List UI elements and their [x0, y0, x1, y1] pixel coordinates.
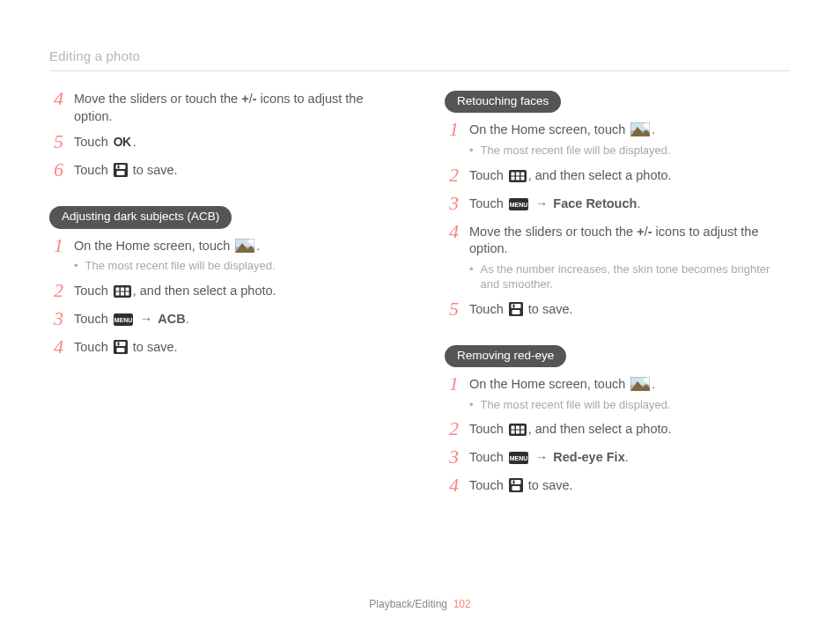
step-number: 4 [49, 89, 63, 108]
step-number: 6 [49, 160, 63, 180]
sub-list: The most recent file will be displayed. [469, 143, 791, 158]
bold-text: + [241, 92, 248, 106]
step-number: 1 [445, 120, 459, 139]
thumbs-icon [509, 424, 527, 436]
sub-item: The most recent file will be displayed. [469, 397, 791, 413]
bold-text: ACB [158, 312, 185, 326]
footer-section: Playback/Editing [369, 598, 447, 610]
ok-icon: OK [114, 134, 131, 151]
step-text: Touch to save. [469, 478, 573, 492]
footer-page-number: 102 [453, 598, 471, 610]
step: 6Touch to save. [49, 162, 395, 181]
menu-icon [509, 452, 528, 464]
step: 3Touch → ACB. [49, 311, 395, 330]
section-heading: Adjusting dark subjects (ACB) [49, 206, 232, 228]
sub-list: As the number increases, the skin tone b… [469, 262, 791, 292]
step-body: Touch to save. [74, 339, 395, 357]
step-text: On the Home screen, touch . [469, 377, 655, 391]
footer: Playback/Editing 102 [0, 597, 840, 611]
step-body: Touch to save. [469, 301, 791, 319]
step-text: Touch , and then select a photo. [74, 284, 276, 298]
sub-text: As the number increases, the skin tone b… [481, 262, 791, 292]
step-body: Touch , and then select a photo. [469, 421, 791, 439]
photo-icon [630, 377, 650, 391]
step-number: 1 [49, 236, 63, 255]
arrow-icon: → [138, 312, 155, 326]
step-body: Touch , and then select a photo. [469, 167, 791, 185]
step-text: Touch , and then select a photo. [469, 422, 672, 436]
step-text: Touch to save. [469, 302, 573, 316]
step-list: 1On the Home screen, touch .The most rec… [445, 376, 791, 497]
menu-icon [509, 198, 528, 210]
step-body: Touch → Face Retouch. [469, 195, 791, 213]
step-text: Touch , and then select a photo. [469, 168, 672, 182]
sub-text: The most recent file will be displayed. [481, 397, 671, 413]
arrow-icon: → [534, 450, 550, 464]
photo-icon [630, 122, 650, 136]
step-body: Touch OK. [74, 134, 395, 151]
bold-text: - [253, 92, 257, 106]
step: 4Move the sliders or touch the +/- icons… [49, 91, 395, 125]
step-number: 2 [49, 281, 63, 300]
save-icon [509, 478, 523, 492]
step-text: Touch → Red-eye Fix. [469, 450, 629, 464]
right-column: Retouching faces1On the Home screen, tou… [445, 91, 791, 505]
step: 3Touch → Face Retouch. [445, 195, 791, 215]
step-body: Touch to save. [469, 477, 791, 495]
step-body: On the Home screen, touch .The most rece… [74, 238, 395, 274]
step: 5Touch to save. [445, 301, 791, 321]
step-body: Move the sliders or touch the +/- icons … [469, 224, 791, 292]
step-number: 2 [445, 166, 459, 185]
step-text: Touch OK. [74, 135, 136, 149]
save-icon [509, 302, 523, 316]
step: 2Touch , and then select a photo. [445, 167, 791, 187]
step-number: 4 [445, 476, 459, 495]
step: 2Touch , and then select a photo. [445, 421, 791, 440]
step-text: Touch → ACB. [74, 312, 189, 326]
sub-item: The most recent file will be displayed. [469, 143, 791, 158]
menu-icon [114, 313, 133, 326]
step: 5Touch OK. [49, 134, 395, 153]
step: 2Touch , and then select a photo. [49, 283, 395, 302]
sub-text: The most recent file will be displayed. [85, 258, 276, 274]
step-number: 5 [445, 299, 459, 319]
step-body: Touch → ACB. [74, 311, 395, 328]
step-number: 3 [49, 309, 63, 328]
step-number: 4 [445, 222, 459, 241]
step-number: 3 [445, 447, 459, 467]
step: 4Touch to save. [49, 339, 395, 358]
step-text: Touch → Face Retouch. [469, 196, 640, 210]
bold-text: - [648, 225, 652, 239]
thumbs-icon [509, 170, 527, 182]
step-body: On the Home screen, touch .The most rece… [469, 122, 791, 158]
step-body: On the Home screen, touch .The most rece… [469, 376, 791, 412]
sub-list: The most recent file will be displayed. [469, 397, 791, 413]
sub-item: The most recent file will be displayed. [74, 258, 395, 274]
thumbs-icon [114, 285, 131, 298]
step-text: Touch to save. [74, 163, 178, 177]
step: 1On the Home screen, touch .The most rec… [445, 122, 791, 158]
step-text: On the Home screen, touch . [74, 239, 260, 253]
step: 1On the Home screen, touch .The most rec… [49, 238, 395, 274]
step-number: 5 [49, 132, 63, 151]
sub-item: As the number increases, the skin tone b… [469, 262, 791, 292]
save-icon [114, 163, 128, 177]
step-body: Touch , and then select a photo. [74, 283, 395, 300]
bold-text: Red-eye Fix [553, 450, 624, 464]
step-text: On the Home screen, touch . [469, 122, 655, 136]
section-heading: Retouching faces [445, 91, 561, 113]
step-body: Touch to save. [74, 162, 395, 180]
page-title: Editing a photo [49, 48, 791, 65]
step-body: Move the sliders or touch the +/- icons … [74, 91, 395, 125]
step: 4Touch to save. [445, 477, 791, 497]
photo-icon [235, 239, 254, 253]
bold-text: + [637, 225, 644, 239]
divider [49, 70, 791, 71]
step-list: 4Move the sliders or touch the +/- icons… [49, 91, 395, 181]
step: 3Touch → Red-eye Fix. [445, 449, 791, 468]
section-heading: Removing red-eye [445, 345, 566, 367]
left-column: 4Move the sliders or touch the +/- icons… [49, 91, 395, 505]
step-number: 2 [445, 419, 459, 439]
page: Editing a photo 4Move the sliders or tou… [0, 0, 840, 634]
step: 4Move the sliders or touch the +/- icons… [445, 224, 791, 292]
